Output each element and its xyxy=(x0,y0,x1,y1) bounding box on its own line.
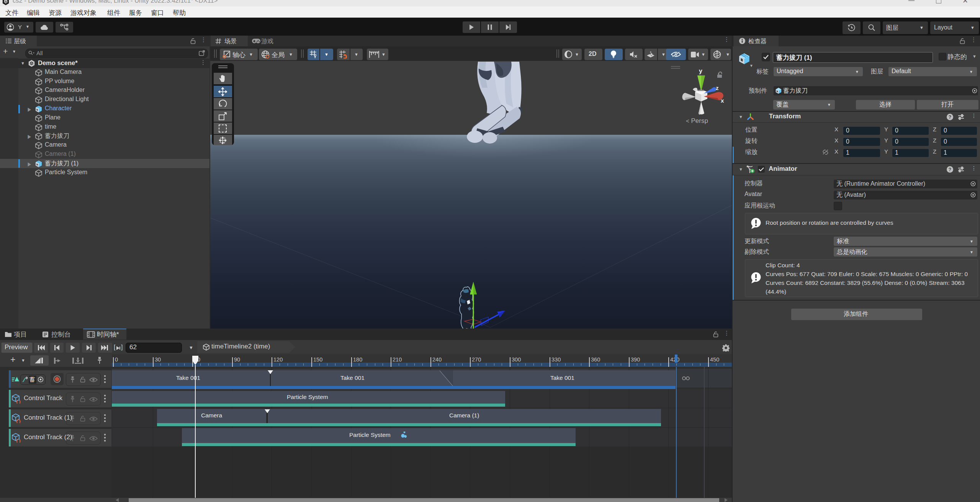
svg-text:Y: Y xyxy=(314,54,317,59)
svg-text:y: y xyxy=(699,68,702,74)
svg-text:?: ? xyxy=(949,114,952,120)
svg-text:{}: {} xyxy=(16,419,21,423)
svg-text:{}: {} xyxy=(16,399,21,404)
svg-text:{}: {} xyxy=(16,438,21,443)
svg-text:x: x xyxy=(721,97,724,104)
svg-text:?: ? xyxy=(949,167,952,172)
svg-text:z: z xyxy=(716,85,719,91)
